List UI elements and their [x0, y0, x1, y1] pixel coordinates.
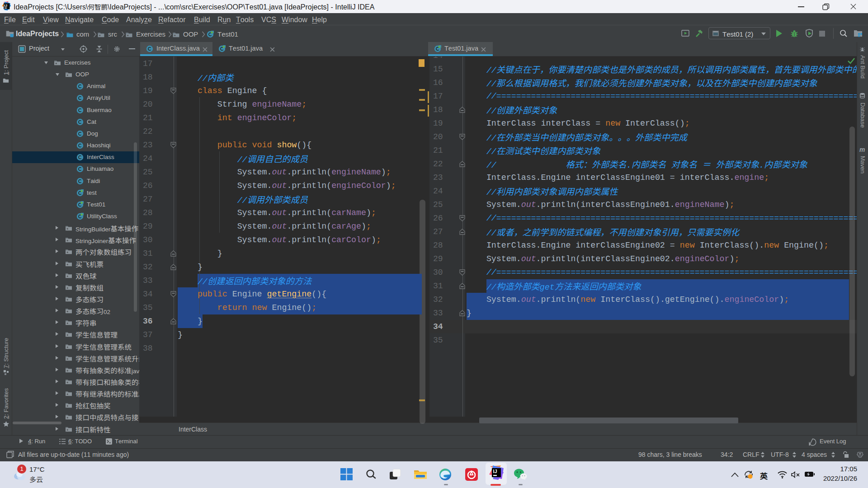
- svg-text:IJ: IJ: [493, 469, 497, 474]
- svg-text:IJ: IJ: [4, 4, 7, 8]
